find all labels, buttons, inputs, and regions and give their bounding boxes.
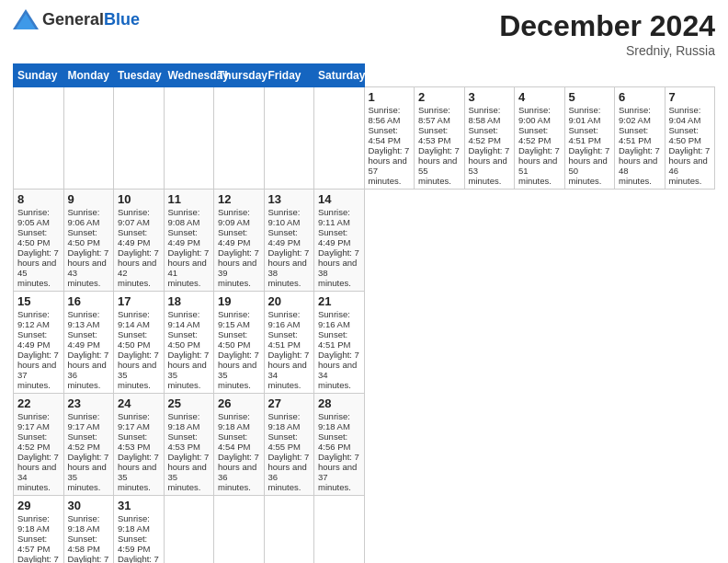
table-row: 14 Sunrise: 9:11 AM Sunset: 4:49 PM Dayl… <box>314 190 365 292</box>
day-number: 2 <box>418 90 461 104</box>
sunset-text: Sunset: 4:54 PM <box>369 125 401 145</box>
sunset-text: Sunset: 4:56 PM <box>318 431 350 452</box>
day-number: 27 <box>268 396 311 410</box>
day-number: 18 <box>168 294 210 308</box>
sunrise-text: Sunrise: 9:08 AM <box>168 207 200 227</box>
day-number: 6 <box>619 90 661 104</box>
daylight-text: Daylight: 7 hours and 50 minutes. <box>569 145 610 186</box>
sunset-text: Sunset: 4:59 PM <box>118 534 150 554</box>
day-number: 22 <box>17 396 60 410</box>
table-row: 31 Sunrise: 9:18 AM Sunset: 4:59 PM Dayl… <box>114 496 165 564</box>
logo-text: GeneralBlue <box>42 10 140 29</box>
col-friday: Friday <box>264 64 314 87</box>
daylight-text: Daylight: 7 hours and 51 minutes. <box>518 145 560 186</box>
table-row: 22 Sunrise: 9:17 AM Sunset: 4:52 PM Dayl… <box>14 394 64 496</box>
table-row: 8 Sunrise: 9:05 AM Sunset: 4:50 PM Dayli… <box>14 190 64 292</box>
day-number: 25 <box>168 396 210 410</box>
table-row: 23 Sunrise: 9:17 AM Sunset: 4:52 PM Dayl… <box>63 394 114 496</box>
month-title: December 2024 <box>499 9 715 43</box>
daylight-text: Daylight: 7 hours and 38 minutes. <box>318 247 359 288</box>
table-row: 28 Sunrise: 9:18 AM Sunset: 4:56 PM Dayl… <box>314 394 365 496</box>
sunset-text: Sunset: 4:49 PM <box>268 227 301 247</box>
sunrise-text: Sunrise: 9:14 AM <box>118 309 150 329</box>
day-number: 31 <box>118 499 160 512</box>
sunrise-text: Sunrise: 9:17 AM <box>17 411 50 431</box>
daylight-text: Daylight: 7 hours and 35 minutes. <box>168 350 210 390</box>
sunrise-text: Sunrise: 9:00 AM <box>518 105 551 125</box>
day-number: 13 <box>268 192 311 206</box>
day-number: 23 <box>68 396 110 410</box>
day-number: 29 <box>17 499 60 512</box>
col-wednesday: Wednesday <box>164 64 214 87</box>
sunset-text: Sunset: 4:53 PM <box>418 125 450 145</box>
sunset-text: Sunset: 4:49 PM <box>17 329 50 350</box>
day-number: 1 <box>369 90 411 104</box>
sunset-text: Sunset: 4:54 PM <box>218 431 250 452</box>
daylight-text: Daylight: 7 hours and 37 minutes. <box>318 452 359 492</box>
sunrise-text: Sunrise: 9:17 AM <box>68 411 100 431</box>
table-row: 3 Sunrise: 8:58 AM Sunset: 4:52 PM Dayli… <box>464 87 515 190</box>
table-row: 16 Sunrise: 9:13 AM Sunset: 4:49 PM Dayl… <box>63 292 114 394</box>
sunrise-text: Sunrise: 8:58 AM <box>469 105 501 125</box>
sunset-text: Sunset: 4:57 PM <box>17 534 50 554</box>
title-block: December 2024 Sredniy, Russia <box>499 9 715 58</box>
sunrise-text: Sunrise: 9:12 AM <box>17 309 50 329</box>
location-title: Sredniy, Russia <box>499 43 715 58</box>
sunset-text: Sunset: 4:51 PM <box>318 329 350 350</box>
table-row: 9 Sunrise: 9:06 AM Sunset: 4:50 PM Dayli… <box>63 190 114 292</box>
sunset-text: Sunset: 4:53 PM <box>118 431 150 452</box>
table-row: 5 Sunrise: 9:01 AM Sunset: 4:51 PM Dayli… <box>564 87 615 190</box>
logo: GeneralBlue <box>13 9 140 29</box>
sunrise-text: Sunrise: 9:04 AM <box>669 105 701 125</box>
col-sunday: Sunday <box>14 64 64 87</box>
calendar-week-row: 22 Sunrise: 9:17 AM Sunset: 4:52 PM Dayl… <box>14 394 715 496</box>
day-number: 16 <box>68 294 110 308</box>
table-row <box>214 496 265 564</box>
sunset-text: Sunset: 4:50 PM <box>17 227 50 247</box>
day-number: 17 <box>118 294 160 308</box>
table-row: 21 Sunrise: 9:16 AM Sunset: 4:51 PM Dayl… <box>314 292 365 394</box>
sunrise-text: Sunrise: 9:11 AM <box>318 207 350 227</box>
sunrise-text: Sunrise: 9:16 AM <box>318 309 350 329</box>
sunrise-text: Sunrise: 9:18 AM <box>118 513 150 534</box>
sunrise-text: Sunrise: 9:01 AM <box>569 105 601 125</box>
table-row: 17 Sunrise: 9:14 AM Sunset: 4:50 PM Dayl… <box>114 292 165 394</box>
table-row <box>14 87 64 190</box>
header: GeneralBlue December 2024 Sredniy, Russi… <box>13 9 715 58</box>
daylight-text: Daylight: 7 hours and 35 minutes. <box>118 350 159 390</box>
daylight-text: Daylight: 7 hours and 53 minutes. <box>469 145 510 186</box>
sunrise-text: Sunrise: 9:18 AM <box>68 513 100 534</box>
day-number: 4 <box>518 90 561 104</box>
table-row: 4 Sunrise: 9:00 AM Sunset: 4:52 PM Dayli… <box>515 87 565 190</box>
table-row: 12 Sunrise: 9:09 AM Sunset: 4:49 PM Dayl… <box>214 190 265 292</box>
table-row: 10 Sunrise: 9:07 AM Sunset: 4:49 PM Dayl… <box>114 190 165 292</box>
daylight-text: Daylight: 7 hours and 34 minutes. <box>17 452 59 492</box>
sunset-text: Sunset: 4:50 PM <box>218 329 250 350</box>
daylight-text: Daylight: 7 hours and 36 minutes. <box>268 452 310 492</box>
sunset-text: Sunset: 4:50 PM <box>168 329 200 350</box>
col-monday: Monday <box>63 64 114 87</box>
calendar-week-row: 1 Sunrise: 8:56 AM Sunset: 4:54 PM Dayli… <box>14 87 715 190</box>
sunrise-text: Sunrise: 9:10 AM <box>268 207 301 227</box>
day-number: 3 <box>469 90 511 104</box>
table-row: 15 Sunrise: 9:12 AM Sunset: 4:49 PM Dayl… <box>14 292 64 394</box>
day-number: 26 <box>218 396 260 410</box>
table-row: 24 Sunrise: 9:17 AM Sunset: 4:53 PM Dayl… <box>114 394 165 496</box>
logo-blue: Blue <box>104 10 140 29</box>
daylight-text: Daylight: 7 hours and 39 minutes. <box>68 554 109 563</box>
page: GeneralBlue December 2024 Sredniy, Russi… <box>0 0 728 563</box>
daylight-text: Daylight: 7 hours and 40 minutes. <box>118 554 159 563</box>
sunset-text: Sunset: 4:53 PM <box>168 431 200 452</box>
day-number: 7 <box>669 90 711 104</box>
table-row: 19 Sunrise: 9:15 AM Sunset: 4:50 PM Dayl… <box>214 292 265 394</box>
sunrise-text: Sunrise: 8:57 AM <box>418 105 450 125</box>
sunrise-text: Sunrise: 9:17 AM <box>118 411 150 431</box>
daylight-text: Daylight: 7 hours and 36 minutes. <box>68 350 109 390</box>
daylight-text: Daylight: 7 hours and 42 minutes. <box>118 247 159 288</box>
sunrise-text: Sunrise: 9:13 AM <box>68 309 100 329</box>
sunset-text: Sunset: 4:50 PM <box>669 125 701 145</box>
day-number: 15 <box>17 294 60 308</box>
sunset-text: Sunset: 4:50 PM <box>118 329 150 350</box>
table-row: 7 Sunrise: 9:04 AM Sunset: 4:50 PM Dayli… <box>665 87 715 190</box>
daylight-text: Daylight: 7 hours and 36 minutes. <box>218 452 259 492</box>
